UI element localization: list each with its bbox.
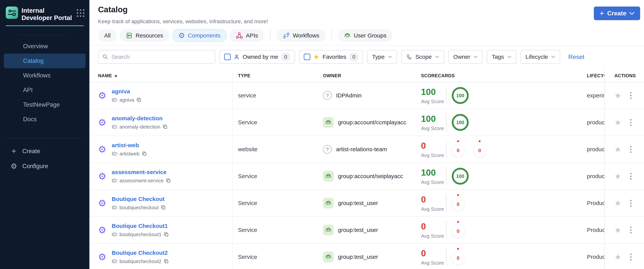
page-subtitle: Keep track of applications, services, we… <box>98 18 268 24</box>
scorecards-cell: 100 Avg Score 100 <box>420 109 587 136</box>
apps-grid-icon[interactable] <box>77 9 84 17</box>
entity-id: ID: boutiquecheckout <box>112 205 158 211</box>
scope-filter-dropdown[interactable]: Scope <box>401 50 444 64</box>
search-icon <box>102 54 108 60</box>
favorite-star-icon[interactable]: ★ <box>614 253 621 261</box>
sidebar-item-configure[interactable]: ⚙ Configure <box>10 159 90 174</box>
entity-name-link[interactable]: anomaly-detection <box>112 115 168 122</box>
tab-components[interactable]: ⚙ Components <box>172 29 227 42</box>
owned-by-me-count: 0 <box>281 53 290 61</box>
entity-id: ID: artistweb <box>112 151 140 157</box>
tab-label: APIs <box>246 32 258 39</box>
sidebar-item-testnewpage[interactable]: TestNewPage <box>0 97 90 112</box>
entity-name-link[interactable]: artist-web <box>112 142 147 149</box>
favorites-filter[interactable]: ★ Favorites 0 <box>299 50 363 64</box>
favorite-star-icon[interactable]: ★ <box>614 199 621 207</box>
search-box[interactable] <box>98 50 215 64</box>
entity-type: Service <box>232 190 322 216</box>
sidebar-item-docs[interactable]: Docs <box>0 112 90 127</box>
sidebar-item-catalog[interactable]: Catalog <box>4 54 86 68</box>
sidebar-item-workflows[interactable]: Workflows <box>0 68 90 83</box>
column-header-actions: ACTIONS <box>604 69 644 82</box>
copy-icon[interactable] <box>164 259 169 264</box>
entity-type: Service <box>232 109 322 136</box>
create-button[interactable]: + Create <box>594 6 640 20</box>
entity-name-link[interactable]: assessment-service <box>112 169 171 175</box>
column-header-owner[interactable]: OWNER <box>322 69 420 82</box>
tab-apis[interactable]: APIs <box>230 29 264 42</box>
copy-icon[interactable] <box>136 97 142 102</box>
tab-resources[interactable]: Resources <box>120 29 169 42</box>
tab-user-groups[interactable]: User Groups <box>338 29 392 42</box>
scorecard-ring[interactable]: 0 <box>452 225 464 238</box>
page-header: Catalog Keep track of applications, serv… <box>90 0 644 24</box>
column-header-name[interactable]: NAME <box>90 69 232 82</box>
avg-score-value: 0 <box>421 248 446 259</box>
entity-name-link[interactable]: agniva <box>112 88 142 95</box>
scorecard-ring[interactable]: 0 <box>452 144 464 157</box>
owned-by-me-filter[interactable]: Owned by me 0 <box>220 50 295 64</box>
owner-filter-dropdown[interactable]: Owner <box>448 50 482 64</box>
owned-by-me-checkbox[interactable] <box>224 54 231 60</box>
lifecycle-filter-dropdown[interactable]: Lifecycle <box>520 50 560 64</box>
catalog-table: NAME TYPE OWNER SCORECARDS LIFECYCLE ACT… <box>90 69 644 269</box>
scorecard-ring[interactable]: 100 <box>452 114 469 131</box>
search-input[interactable] <box>111 54 211 60</box>
entity-name-link[interactable]: Boutique Checkout2 <box>112 250 169 256</box>
favorite-star-icon[interactable]: ★ <box>614 226 621 234</box>
reset-filters-link[interactable]: Reset <box>568 53 584 60</box>
avg-score-label: Avg Score <box>421 125 446 131</box>
scorecard-ring[interactable]: 0 <box>452 198 464 211</box>
sidebar-item-create[interactable]: + Create <box>10 144 90 159</box>
avg-score-value: 0 <box>421 194 446 205</box>
component-gear-icon: ⚙ <box>98 199 106 208</box>
create-button-label: Create <box>607 10 626 17</box>
more-actions-icon[interactable] <box>629 226 633 235</box>
tab-workflows[interactable]: Workflows <box>276 29 326 42</box>
favorite-star-icon[interactable]: ★ <box>614 92 621 99</box>
owner-cell: ? artist-relations-team <box>322 136 420 163</box>
scorecard-ring[interactable]: 100 <box>452 168 469 185</box>
avg-score-label: Avg Score <box>421 260 446 266</box>
entity-name-link[interactable]: Boutique Checkout1 <box>112 223 169 229</box>
tags-filter-dropdown[interactable]: Tags <box>487 50 516 64</box>
type-filter-dropdown[interactable]: Type <box>367 50 397 64</box>
more-actions-icon[interactable] <box>629 199 633 208</box>
sidebar-item-api[interactable]: API <box>0 83 90 97</box>
copy-icon[interactable] <box>164 232 169 237</box>
more-actions-icon[interactable] <box>629 145 633 154</box>
entity-name-link[interactable]: Boutique Checkout <box>112 196 166 202</box>
owner-cell: group:test_user <box>322 244 420 269</box>
scorecard-ring[interactable]: 100 <box>452 87 469 104</box>
entity-type: Service <box>232 244 322 269</box>
scorecard-ring[interactable]: 0 <box>473 144 486 157</box>
scorecard-ring[interactable]: 0 <box>452 252 464 265</box>
more-actions-icon[interactable] <box>629 118 633 127</box>
column-header-scorecards[interactable]: SCORECARDS <box>420 69 587 82</box>
copy-icon[interactable] <box>163 124 168 129</box>
user-groups-icon <box>344 32 351 39</box>
sort-asc-icon <box>114 74 118 77</box>
column-header-type[interactable]: TYPE <box>232 69 322 82</box>
copy-icon[interactable] <box>142 151 147 156</box>
sidebar-item-overview[interactable]: Overview <box>0 39 90 54</box>
owner-cell: group:account/seiplayacc <box>322 163 420 190</box>
entity-id: ID: boutiquecheckout1 <box>112 232 162 238</box>
owner-name: group:test_user <box>338 254 378 260</box>
favorite-star-icon[interactable]: ★ <box>614 119 621 126</box>
table-row: ⚙ anomaly-detection ID: anomaly-detectio… <box>90 109 644 136</box>
copy-icon[interactable] <box>161 205 166 210</box>
favorites-checkbox[interactable] <box>304 54 310 60</box>
favorite-star-icon[interactable]: ★ <box>614 172 621 180</box>
dropdown-label: Scope <box>416 54 432 60</box>
more-actions-icon[interactable] <box>629 91 633 100</box>
more-actions-icon[interactable] <box>629 253 633 262</box>
favorite-star-icon[interactable]: ★ <box>614 145 621 153</box>
sidebar-accent-rule <box>6 25 84 26</box>
name-cell: ⚙ artist-web ID: artistweb <box>90 136 232 163</box>
lifecycle-value: Production <box>587 244 604 269</box>
tab-all[interactable]: All <box>98 29 117 42</box>
copy-icon[interactable] <box>166 178 171 183</box>
column-header-lifecycle[interactable]: LIFECYCLE <box>587 69 604 82</box>
more-actions-icon[interactable] <box>629 172 633 181</box>
